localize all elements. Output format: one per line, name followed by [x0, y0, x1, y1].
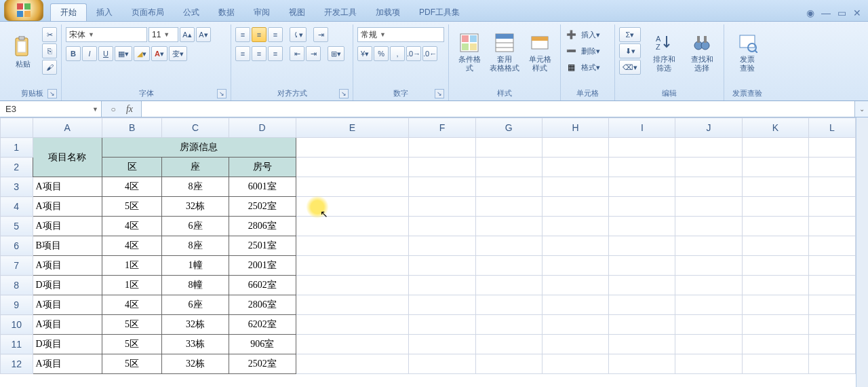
- col-header-G[interactable]: G: [475, 118, 542, 138]
- tab-数据[interactable]: 数据: [209, 4, 244, 21]
- cell[interactable]: A项目: [33, 295, 102, 315]
- table-format-button[interactable]: 套用 表格格式: [488, 27, 521, 77]
- cell[interactable]: [809, 335, 856, 354]
- cell[interactable]: 8幢: [162, 276, 229, 295]
- col-header-I[interactable]: I: [609, 118, 675, 138]
- currency-button[interactable]: ¥▾: [357, 46, 372, 61]
- cell[interactable]: [675, 276, 742, 295]
- formula-input[interactable]: [142, 101, 854, 117]
- cell[interactable]: [609, 177, 675, 197]
- merge-button[interactable]: ⊞▾: [328, 46, 344, 61]
- col-header-B[interactable]: B: [102, 118, 162, 138]
- cell[interactable]: D项目: [33, 276, 102, 295]
- cell[interactable]: 32栋: [162, 315, 229, 335]
- cell[interactable]: [675, 315, 742, 335]
- col-header-H[interactable]: H: [542, 118, 608, 138]
- cell[interactable]: [609, 315, 675, 335]
- paste-button[interactable]: 粘贴: [7, 27, 39, 77]
- cell[interactable]: [809, 197, 856, 217]
- expand-icon[interactable]: ↘: [435, 89, 444, 98]
- cell[interactable]: [809, 256, 856, 276]
- cell[interactable]: [409, 295, 475, 315]
- col-header-C[interactable]: C: [162, 118, 229, 138]
- col-header-J[interactable]: J: [675, 118, 742, 138]
- cell[interactable]: 32栋: [162, 197, 229, 217]
- tab-公式[interactable]: 公式: [174, 4, 209, 21]
- cell[interactable]: 8座: [162, 236, 229, 256]
- col-header-D[interactable]: D: [229, 118, 296, 138]
- border-button[interactable]: ▦▾: [115, 46, 132, 61]
- cell[interactable]: A项目: [33, 197, 102, 217]
- col-header-K[interactable]: K: [742, 118, 808, 138]
- cell[interactable]: [742, 177, 808, 197]
- cell[interactable]: [475, 138, 542, 158]
- row-header-7[interactable]: 7: [1, 256, 33, 276]
- header-housing-info[interactable]: 房源信息: [102, 138, 296, 158]
- row-header-5[interactable]: 5: [1, 217, 33, 236]
- cell[interactable]: [542, 158, 608, 177]
- cell[interactable]: [675, 354, 742, 374]
- cell[interactable]: 32栋: [162, 354, 229, 374]
- row-header-1[interactable]: 1: [1, 138, 33, 158]
- cell[interactable]: [809, 236, 856, 256]
- format-cells-button[interactable]: 格式▾: [578, 60, 603, 75]
- invoice-check-button[interactable]: 发票 查验: [728, 27, 766, 77]
- decrease-font-button[interactable]: A▾: [196, 27, 211, 42]
- cell[interactable]: 1幢: [162, 256, 229, 276]
- cell[interactable]: [296, 295, 409, 315]
- cell[interactable]: A项目: [33, 354, 102, 374]
- cell-styles-button[interactable]: 单元格 样式: [524, 27, 556, 77]
- col-header-E[interactable]: E: [296, 118, 409, 138]
- cell[interactable]: [296, 158, 409, 177]
- cell[interactable]: [542, 217, 608, 236]
- cell[interactable]: [809, 177, 856, 197]
- tab-PDF工具集[interactable]: PDF工具集: [410, 4, 469, 21]
- cell[interactable]: 5区: [102, 197, 162, 217]
- header-sub-0[interactable]: 区: [102, 158, 162, 177]
- autosum-button[interactable]: Σ▾: [619, 27, 641, 42]
- cell[interactable]: [742, 354, 808, 374]
- cell[interactable]: A项目: [33, 256, 102, 276]
- cell[interactable]: [296, 138, 409, 158]
- cell[interactable]: 2502室: [229, 197, 296, 217]
- cell[interactable]: [542, 256, 608, 276]
- align-middle-button[interactable]: ≡: [252, 27, 267, 42]
- name-box[interactable]: E3 ▼: [0, 101, 102, 117]
- cell[interactable]: [742, 217, 808, 236]
- cell[interactable]: [609, 276, 675, 295]
- cell[interactable]: [809, 217, 856, 236]
- cell[interactable]: [742, 158, 808, 177]
- cell[interactable]: [742, 256, 808, 276]
- cell[interactable]: 5区: [102, 354, 162, 374]
- insert-cells-button[interactable]: 插入▾: [578, 27, 603, 42]
- tab-页面布局[interactable]: 页面布局: [122, 4, 174, 21]
- select-all-corner[interactable]: [1, 118, 33, 138]
- col-header-A[interactable]: A: [33, 118, 102, 138]
- align-left-button[interactable]: ≡: [235, 46, 250, 61]
- font-color-button[interactable]: A▾: [151, 46, 167, 61]
- cell[interactable]: [296, 276, 409, 295]
- cell[interactable]: [542, 197, 608, 217]
- cell[interactable]: [742, 295, 808, 315]
- cell[interactable]: [609, 256, 675, 276]
- cell[interactable]: 2806室: [229, 295, 296, 315]
- cell[interactable]: [475, 217, 542, 236]
- cell[interactable]: [675, 236, 742, 256]
- cell[interactable]: [409, 256, 475, 276]
- cell[interactable]: [475, 256, 542, 276]
- cut-button[interactable]: ✂: [42, 27, 57, 42]
- comma-button[interactable]: ,: [390, 46, 405, 61]
- cell[interactable]: [809, 276, 856, 295]
- cell[interactable]: A项目: [33, 217, 102, 236]
- cell[interactable]: [409, 315, 475, 335]
- cell[interactable]: 4区: [102, 177, 162, 197]
- tab-开始[interactable]: 开始: [50, 3, 87, 21]
- tab-插入[interactable]: 插入: [87, 4, 122, 21]
- cell[interactable]: [542, 354, 608, 374]
- cell[interactable]: [609, 138, 675, 158]
- cancel-formula-button[interactable]: ○: [107, 103, 119, 115]
- cell[interactable]: [809, 354, 856, 374]
- cell[interactable]: [675, 158, 742, 177]
- percent-button[interactable]: %: [374, 46, 389, 61]
- clear-button[interactable]: ⌫▾: [619, 60, 641, 75]
